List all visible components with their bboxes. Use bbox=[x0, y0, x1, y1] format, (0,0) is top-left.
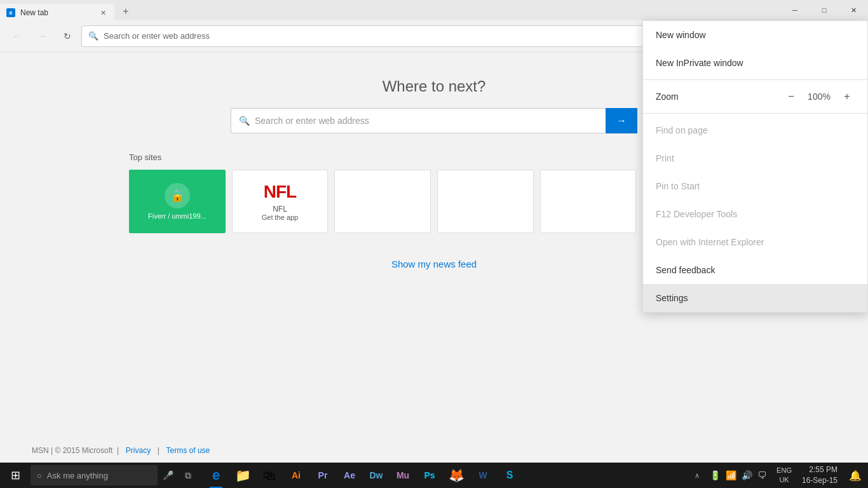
site-tile-fiverr[interactable]: 🔒 Fiverr / ummi199... bbox=[129, 170, 226, 233]
search-submit-button[interactable]: → bbox=[606, 108, 637, 133]
menu-item-find-on-page-label: Find on page bbox=[656, 125, 708, 135]
tab-title: New tab bbox=[20, 8, 48, 17]
title-bar: e New tab ✕ + ─ □ ✕ bbox=[0, 0, 868, 20]
site-tile-nfl[interactable]: NFL NFL Get the app bbox=[232, 170, 329, 233]
menu-item-pin-to-start-label: Pin to Start bbox=[656, 181, 700, 191]
menu-item-new-inprivate-label: New InPrivate window bbox=[656, 58, 743, 68]
menu-item-send-feedback-label: Send feedback bbox=[656, 265, 715, 275]
active-tab[interactable]: e New tab ✕ bbox=[0, 4, 114, 22]
taskbar-message-icon: 🗨 bbox=[757, 470, 766, 480]
window-controls: ─ □ ✕ bbox=[780, 0, 868, 20]
taskbar-notification-button[interactable]: 🔔 bbox=[845, 463, 865, 488]
nfl-get-app: Get the app bbox=[262, 214, 299, 221]
fiverr-label: Fiverr / ummi199... bbox=[148, 212, 207, 220]
taskbar-app-word[interactable]: W bbox=[470, 463, 496, 488]
nfl-logo: NFL bbox=[264, 182, 296, 202]
search-bar-container: 🔍 Search or enter web address → bbox=[231, 108, 637, 133]
menu-item-new-window[interactable]: New window bbox=[643, 21, 867, 49]
site-tile-empty-2[interactable] bbox=[437, 170, 534, 233]
zoom-value: 100% bbox=[806, 92, 832, 102]
search-icon: 🔍 bbox=[239, 116, 250, 126]
tab-favicon: e bbox=[6, 8, 15, 17]
taskbar-app-ae[interactable]: Ae bbox=[337, 463, 362, 488]
taskbar-right: ∧ 🔋 📶 🔊 🗨 ENGUK 2:55 PM 16-Sep-15 🔔 bbox=[692, 463, 868, 488]
fiverr-lock-icon: 🔒 bbox=[170, 189, 184, 203]
zoom-label: Zoom bbox=[656, 92, 776, 102]
taskbar-app-photoshop[interactable]: Ps bbox=[417, 463, 442, 488]
tab-area: e New tab ✕ + bbox=[0, 0, 136, 20]
close-button[interactable]: ✕ bbox=[839, 0, 868, 20]
tab-close-button[interactable]: ✕ bbox=[98, 8, 108, 18]
menu-item-f12-label: F12 Developer Tools bbox=[656, 209, 737, 219]
menu-item-open-ie[interactable]: Open with Internet Explorer bbox=[643, 228, 867, 256]
taskbar-app-illustrator[interactable]: Ai bbox=[283, 463, 309, 488]
footer-privacy-link[interactable]: Privacy bbox=[126, 446, 151, 455]
menu-item-print[interactable]: Print bbox=[643, 144, 867, 172]
taskbar-app-muse[interactable]: Mu bbox=[390, 463, 416, 488]
menu-divider-1 bbox=[643, 79, 867, 80]
taskbar-time: 2:55 PM bbox=[802, 464, 837, 475]
minimize-button[interactable]: ─ bbox=[780, 0, 810, 20]
taskbar: ⊞ ○ Ask me anything 🎤 ⧉ e 📁 🛍 Ai Pr Ae D… bbox=[0, 463, 868, 488]
address-text: Search or enter web address bbox=[104, 31, 210, 41]
site-tile-empty-1[interactable] bbox=[334, 170, 431, 233]
taskbar-app-firefox[interactable]: 🦊 bbox=[444, 463, 469, 488]
taskbar-app-edge[interactable]: e bbox=[203, 463, 229, 488]
menu-item-settings[interactable]: Settings bbox=[643, 284, 867, 312]
taskbar-clock: 2:55 PM 16-Sep-15 bbox=[797, 464, 843, 486]
taskbar-app-explorer[interactable]: 📁 bbox=[230, 463, 255, 488]
zoom-in-button[interactable]: + bbox=[839, 89, 855, 104]
menu-item-settings-label: Settings bbox=[656, 293, 688, 303]
site-tile-empty-3[interactable] bbox=[540, 170, 637, 233]
search-placeholder-text: Search or enter web address bbox=[255, 116, 369, 126]
taskbar-app-dw[interactable]: Dw bbox=[363, 463, 389, 488]
menu-item-open-ie-label: Open with Internet Explorer bbox=[656, 237, 764, 247]
taskbar-system-icons: 🔋 📶 🔊 🗨 bbox=[705, 470, 771, 480]
taskbar-search-icon: ○ bbox=[37, 471, 42, 480]
start-button[interactable]: ⊞ bbox=[0, 463, 31, 488]
nfl-label: NFL bbox=[273, 205, 287, 214]
footer-terms-link[interactable]: Terms of use bbox=[166, 446, 210, 455]
address-bar[interactable]: 🔍 Search or enter web address bbox=[81, 25, 729, 47]
menu-item-new-inprivate[interactable]: New InPrivate window bbox=[643, 49, 867, 77]
taskbar-language: ENGUK bbox=[774, 466, 794, 485]
menu-item-new-window-label: New window bbox=[656, 30, 706, 40]
taskbar-app-store[interactable]: 🛍 bbox=[257, 463, 282, 488]
search-bar[interactable]: 🔍 Search or enter web address bbox=[231, 108, 606, 133]
forward-button[interactable]: → bbox=[31, 25, 53, 48]
taskbar-apps: e 📁 🛍 Ai Pr Ae Dw Mu Ps 🦊 W S bbox=[203, 463, 522, 488]
search-submit-icon: → bbox=[616, 115, 627, 126]
zoom-out-button[interactable]: − bbox=[783, 89, 799, 104]
menu-item-pin-to-start[interactable]: Pin to Start bbox=[643, 172, 867, 200]
taskbar-search-text: Ask me anything bbox=[47, 471, 108, 480]
taskbar-overflow-button[interactable]: ∧ bbox=[692, 471, 702, 480]
new-tab-button[interactable]: + bbox=[116, 3, 136, 20]
back-button[interactable]: ← bbox=[5, 25, 28, 48]
fiverr-icon: 🔒 bbox=[165, 183, 190, 208]
taskbar-app-skype[interactable]: S bbox=[497, 463, 522, 488]
zoom-control: Zoom − 100% + bbox=[643, 83, 867, 111]
footer: MSN | © 2015 Microsoft | Privacy | Terms… bbox=[0, 441, 244, 460]
taskbar-mic-button[interactable]: 🎤 bbox=[158, 463, 178, 488]
maximize-button[interactable]: □ bbox=[810, 0, 839, 20]
footer-text: MSN | © 2015 Microsoft bbox=[32, 446, 112, 455]
taskbar-wifi-icon: 📶 bbox=[726, 470, 736, 480]
taskbar-task-view[interactable]: ⧉ bbox=[178, 463, 198, 488]
menu-item-find-on-page[interactable]: Find on page bbox=[643, 116, 867, 144]
refresh-button[interactable]: ↻ bbox=[56, 25, 79, 48]
menu-item-f12[interactable]: F12 Developer Tools bbox=[643, 200, 867, 228]
page-title: Where to next? bbox=[383, 78, 486, 95]
taskbar-battery-icon: 🔋 bbox=[710, 470, 721, 480]
taskbar-volume-icon: 🔊 bbox=[742, 470, 752, 480]
taskbar-app-premiere[interactable]: Pr bbox=[310, 463, 336, 488]
address-search-icon: 🔍 bbox=[88, 31, 98, 41]
news-feed-link[interactable]: Show my news feed bbox=[391, 259, 477, 269]
menu-divider-2 bbox=[643, 113, 867, 114]
dropdown-menu: New window New InPrivate window Zoom − 1… bbox=[642, 20, 868, 313]
taskbar-date: 16-Sep-15 bbox=[802, 475, 837, 486]
taskbar-search-box[interactable]: ○ Ask me anything bbox=[31, 465, 158, 485]
menu-item-send-feedback[interactable]: Send feedback bbox=[643, 256, 867, 284]
menu-item-print-label: Print bbox=[656, 153, 674, 163]
